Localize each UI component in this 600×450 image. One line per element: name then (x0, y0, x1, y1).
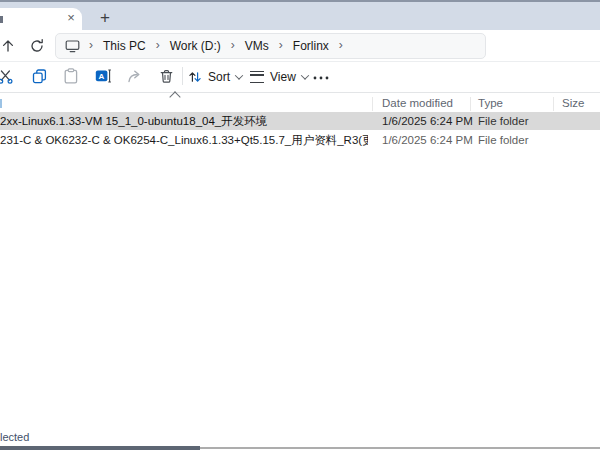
tab-favicon-icon (0, 16, 3, 23)
copy-icon[interactable] (29, 66, 49, 86)
sort-ascending-icon (169, 91, 180, 102)
refresh-icon[interactable] (29, 38, 45, 54)
breadcrumb-separator: › (89, 38, 93, 52)
rename-icon[interactable]: A (93, 66, 113, 86)
column-divider[interactable] (372, 97, 373, 111)
view-button[interactable]: View (250, 64, 308, 89)
breadcrumb-separator: › (231, 38, 235, 52)
file-name-cell: 231-C & OK6232-C & OK6254-C_Linux6.1.33+… (0, 131, 368, 149)
file-name-cell: 2xx-Linux6.1.33-VM 15_1_0-ubuntu18_04_开发… (0, 112, 368, 130)
up-arrow-icon[interactable] (0, 38, 16, 54)
window-bottom-edge-light (200, 447, 600, 449)
date-modified-cell: 1/6/2025 6:24 PM (382, 112, 474, 130)
sort-button[interactable]: Sort (188, 64, 242, 89)
see-more-icon[interactable] (309, 68, 333, 88)
column-header-date-modified[interactable]: Date modified (382, 97, 453, 109)
sort-button-label: Sort (208, 70, 230, 84)
breadcrumb-separator: › (279, 38, 283, 52)
delete-icon[interactable] (156, 66, 176, 86)
svg-text:A: A (99, 72, 105, 81)
type-cell: File folder (478, 112, 550, 130)
column-header-row: Date modified Type Size (0, 95, 600, 113)
header-edge-fragment (0, 99, 2, 108)
breadcrumb-forlinx[interactable]: Forlinx (293, 39, 329, 53)
view-button-label: View (270, 70, 296, 84)
type-cell: File folder (478, 131, 550, 149)
cut-icon[interactable] (0, 66, 15, 86)
breadcrumb-vms[interactable]: VMs (245, 39, 269, 53)
share-icon[interactable] (125, 66, 145, 86)
sort-arrows-icon (188, 70, 202, 84)
tab-close-icon[interactable]: × (63, 10, 79, 26)
new-tab-button[interactable]: + (94, 8, 116, 28)
this-pc-icon (65, 39, 80, 53)
tab-bar: × + (0, 0, 600, 30)
paste-icon[interactable] (61, 66, 81, 86)
chevron-down-icon (235, 71, 243, 79)
column-divider[interactable] (470, 97, 471, 111)
status-bar-text: lected (0, 431, 29, 443)
toolbar-divider (182, 67, 183, 85)
breadcrumb-separator: › (339, 38, 343, 52)
address-bar[interactable]: › This PC › Work (D:) › VMs › Forlinx › (55, 33, 486, 59)
column-header-size[interactable]: Size (562, 97, 584, 109)
date-modified-cell: 1/6/2025 6:24 PM (382, 131, 474, 149)
file-row-selected[interactable]: 2xx-Linux6.1.33-VM 15_1_0-ubuntu18_04_开发… (0, 112, 600, 130)
column-divider[interactable] (553, 97, 554, 111)
file-row[interactable]: 231-C & OK6232-C & OK6254-C_Linux6.1.33+… (0, 131, 600, 149)
window-bottom-edge-dark (0, 446, 200, 450)
breadcrumb-this-pc[interactable]: This PC (103, 39, 146, 53)
navigation-bar: › This PC › Work (D:) › VMs › Forlinx › (0, 30, 600, 62)
breadcrumb-work-d[interactable]: Work (D:) (170, 39, 221, 53)
chevron-down-icon (301, 71, 309, 79)
view-lines-icon (250, 71, 264, 83)
column-header-type[interactable]: Type (478, 97, 503, 109)
breadcrumb-separator: › (156, 38, 160, 52)
